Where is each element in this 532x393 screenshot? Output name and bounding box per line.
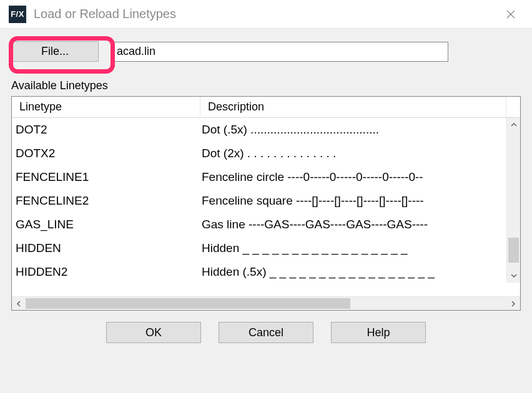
- table-row[interactable]: HIDDEN Hidden _ _ _ _ _ _ _ _ _ _ _ _ _ …: [12, 236, 506, 260]
- linetype-list: Linetype Description DOT2 Dot (.5x) ....…: [11, 96, 521, 311]
- help-button[interactable]: Help: [331, 322, 426, 343]
- cell-desc: Hidden (.5x) _ _ _ _ _ _ _ _ _ _ _ _ _ _…: [200, 265, 506, 279]
- ok-button[interactable]: OK: [106, 322, 201, 343]
- cell-name: HIDDEN2: [12, 265, 200, 279]
- table-row[interactable]: FENCELINE2 Fenceline square ----[]----[]…: [12, 189, 506, 213]
- cancel-button[interactable]: Cancel: [219, 322, 313, 343]
- list-header: Linetype Description: [12, 97, 520, 118]
- cell-name: FENCELINE1: [12, 170, 200, 184]
- cell-name: HIDDEN: [12, 241, 200, 255]
- scroll-thumb[interactable]: [508, 238, 519, 263]
- scroll-track-h[interactable]: [26, 297, 493, 310]
- list-rows: DOT2 Dot (.5x) .........................…: [12, 118, 520, 284]
- file-button[interactable]: File...: [11, 41, 99, 62]
- scroll-left-button[interactable]: [12, 297, 26, 310]
- cell-desc: Dot (2x) . . . . . . . . . . . . . .: [200, 147, 506, 160]
- cell-name: DOTX2: [12, 147, 200, 160]
- horizontal-scrollbar[interactable]: [12, 296, 520, 310]
- close-icon: [506, 9, 516, 19]
- chevron-left-icon: [16, 301, 22, 307]
- cell-name: DOT2: [12, 123, 200, 137]
- scroll-right-button[interactable]: [506, 297, 520, 310]
- column-header-linetype[interactable]: Linetype: [12, 97, 200, 117]
- cell-desc: Dot (.5x) ..............................…: [200, 123, 506, 137]
- cell-name: GAS_LINE: [12, 218, 200, 231]
- titlebar: F/X Load or Reload Linetypes: [0, 0, 532, 29]
- close-button[interactable]: [498, 2, 523, 27]
- cell-desc: Fenceline square ----[]----[]----[]----[…: [200, 194, 506, 208]
- scroll-up-button[interactable]: [507, 118, 520, 132]
- column-header-description[interactable]: Description: [200, 97, 506, 117]
- cell-desc: Hidden _ _ _ _ _ _ _ _ _ _ _ _ _ _ _ _ _: [200, 241, 506, 255]
- available-linetypes-label: Available Linetypes: [11, 79, 521, 92]
- scroll-track[interactable]: [507, 132, 520, 269]
- chevron-right-icon: [510, 301, 516, 307]
- cell-desc: Fenceline circle ----0-----0-----0-----0…: [200, 170, 506, 184]
- dialog-buttons: OK Cancel Help: [11, 322, 521, 343]
- list-viewport: DOT2 Dot (.5x) .........................…: [12, 118, 520, 296]
- cell-name: FENCELINE2: [12, 194, 200, 208]
- scroll-down-button[interactable]: [507, 269, 520, 283]
- chevron-down-icon: [511, 273, 517, 279]
- app-icon: F/X: [9, 6, 26, 23]
- scroll-thumb-h[interactable]: [26, 298, 350, 309]
- chevron-up-icon: [511, 122, 517, 128]
- vertical-scrollbar[interactable]: [506, 118, 520, 283]
- table-row[interactable]: FENCELINE1 Fenceline circle ----0-----0-…: [12, 165, 506, 189]
- table-row[interactable]: GAS_LINE Gas line ----GAS----GAS----GAS-…: [12, 213, 506, 236]
- table-row[interactable]: DOT2 Dot (.5x) .........................…: [12, 118, 506, 142]
- dialog-body: File... Available Linetypes Linetype Des…: [0, 29, 532, 393]
- table-row[interactable]: HIDDEN2 Hidden (.5x) _ _ _ _ _ _ _ _ _ _…: [12, 260, 506, 284]
- window-title: Load or Reload Linetypes: [34, 7, 498, 21]
- cell-desc: Gas line ----GAS----GAS----GAS----GAS---…: [200, 218, 506, 231]
- file-path-input[interactable]: [111, 42, 448, 62]
- file-row: File...: [11, 41, 521, 62]
- table-row[interactable]: DOTX2 Dot (2x) . . . . . . . . . . . . .…: [12, 142, 506, 165]
